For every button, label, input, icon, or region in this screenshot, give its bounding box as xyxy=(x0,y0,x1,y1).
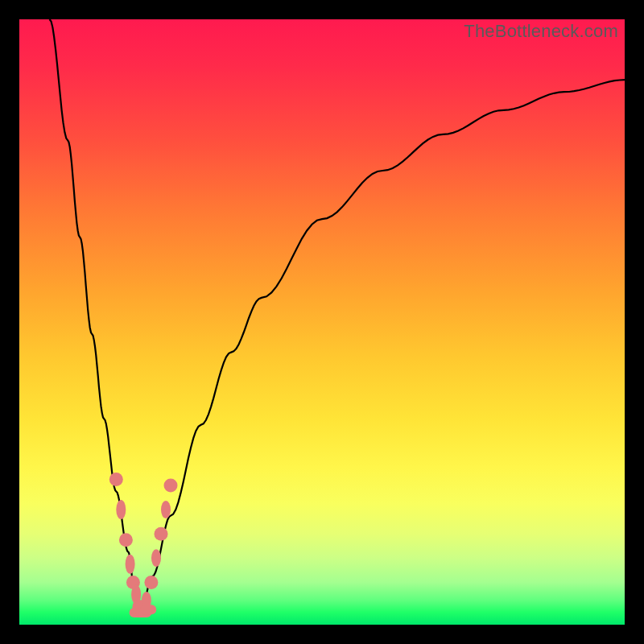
data-marker xyxy=(164,479,178,493)
data-marker xyxy=(109,473,123,486)
data-marker-pill xyxy=(116,500,126,519)
plot-area: TheBottleneck.com xyxy=(19,19,625,625)
markers-group xyxy=(109,473,178,617)
watermark-text: TheBottleneck.com xyxy=(464,21,618,42)
data-marker xyxy=(155,527,168,541)
data-marker-pill xyxy=(140,605,156,614)
data-marker-pill xyxy=(151,549,161,567)
curve-right-branch xyxy=(140,80,625,613)
data-marker-pill xyxy=(161,501,171,518)
curve-layer xyxy=(19,19,625,625)
chart-frame: TheBottleneck.com xyxy=(0,0,644,644)
data-marker xyxy=(119,533,133,547)
data-marker-pill xyxy=(126,555,135,574)
curve-left-branch xyxy=(50,19,141,613)
data-marker xyxy=(144,576,158,589)
